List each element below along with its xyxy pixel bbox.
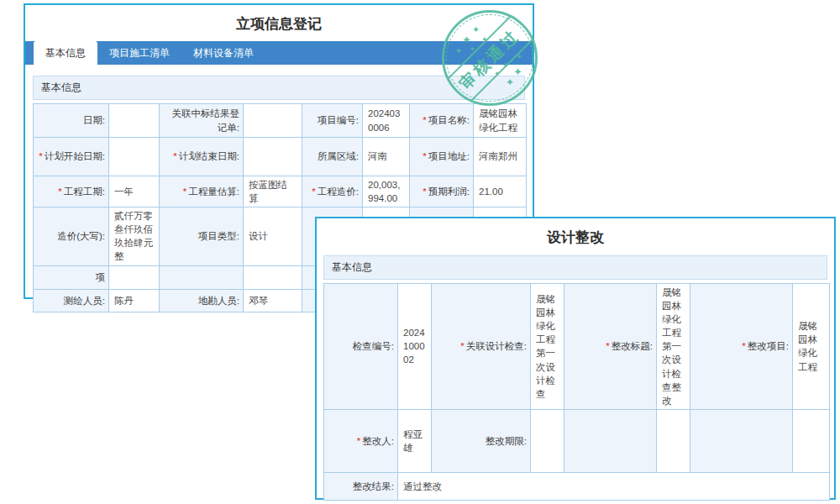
table-row: 日期:关联中标结果登记单:项目编号:2024030006*项目名称:晟铭园林绿化… — [34, 104, 527, 138]
field-label-text: 项目类型: — [198, 231, 239, 241]
field-label-text: 检查编号: — [353, 341, 394, 351]
field-value: 21.00 — [474, 176, 527, 207]
field-value: 20,003,994.00 — [363, 176, 410, 207]
page-title: 立项信息登记 — [25, 5, 533, 41]
required-asterisk: * — [173, 151, 176, 161]
field-value: 设计 — [244, 207, 302, 265]
field-label: *计划开始日期: — [34, 138, 109, 176]
required-asterisk: * — [423, 151, 426, 161]
field-value — [657, 409, 690, 472]
field-label-text: 工程工期: — [64, 186, 105, 197]
field-input[interactable] — [244, 138, 302, 176]
section-header-basic-info: 基本信息 — [33, 76, 525, 100]
field-label: 地勘人员: — [160, 289, 244, 312]
required-asterisk: * — [423, 186, 426, 197]
field-value: 程亚雄 — [398, 409, 432, 472]
panel2-content: 基本信息 检查编号:2024100002*关联设计检查:晟铭园林绿化工程第一次设… — [317, 255, 834, 501]
field-value: 2024030006 — [363, 104, 410, 138]
field-label-text: 计划结束日期: — [179, 151, 239, 161]
field-value: 邓琴 — [244, 289, 302, 312]
field-input[interactable] — [109, 104, 160, 138]
tab-material-equipment-list[interactable]: 材料设备清单 — [181, 41, 265, 65]
field-label: 整改结果: — [324, 472, 398, 500]
field-value: 晟铭园林绿化工程第一次设计检查 — [531, 284, 564, 410]
field-label: *工程量估算: — [160, 176, 244, 207]
field-label: 项目编号: — [302, 104, 363, 138]
field-input[interactable] — [244, 104, 302, 138]
field-label: 检查编号: — [324, 284, 398, 410]
field-label-text: 测绘人员: — [64, 296, 105, 306]
field-label-text: 项目名称: — [428, 115, 470, 125]
rectification-form-table: 检查编号:2024100002*关联设计检查:晟铭园林绿化工程第一次设计检查*整… — [323, 283, 827, 501]
field-label — [160, 265, 244, 289]
field-value: 陈丹 — [109, 289, 160, 312]
field-label: 关联中标结果登记单: — [160, 104, 244, 138]
field-label-text: 所属区域: — [318, 151, 359, 161]
field-label-text: 整改人: — [362, 436, 394, 446]
field-label: 造价(大写): — [34, 207, 109, 265]
field-label-text: 关联中标结果登记单: — [172, 108, 240, 132]
field-label: *预期利润: — [410, 176, 474, 207]
field-label: 日期: — [34, 104, 109, 138]
field-label-text: 工程量估算: — [188, 186, 239, 197]
field-label: *整改标题: — [564, 284, 657, 410]
field-label: *计划结束日期: — [160, 138, 244, 176]
section-header-basic-info-2: 基本信息 — [323, 255, 827, 280]
field-label: 项目类型: — [160, 207, 244, 265]
field-label-text: 工程造价: — [318, 186, 359, 197]
field-label-text: 整改期限: — [486, 436, 527, 446]
design-rectification-panel: 设计整改 基本信息 检查编号:2024100002*关联设计检查:晟铭园林绿化工… — [315, 217, 836, 500]
table-row: *计划开始日期:*计划结束日期:所属区域:河南*项目地址:河南郑州 — [34, 138, 527, 176]
field-label-text: 项 — [96, 272, 106, 282]
field-value: 2024100002 — [398, 284, 432, 410]
field-value: 河南 — [363, 138, 410, 176]
table-row: *工程工期:一年*工程量估算:按蓝图结算*工程造价:20,003,994.00*… — [34, 176, 527, 207]
field-label-text: 日期: — [83, 115, 105, 125]
field-label: *项目地址: — [410, 138, 474, 176]
field-label-text: 整改结果: — [353, 481, 394, 491]
field-label: 整改期限: — [432, 409, 531, 472]
field-value — [244, 265, 302, 289]
table-row: *整改人:程亚雄整改期限: — [324, 409, 830, 472]
field-label-text: 地勘人员: — [198, 296, 239, 306]
field-label: 测绘人员: — [34, 289, 109, 312]
field-label-text: 整改标题: — [612, 341, 653, 351]
field-value — [109, 265, 160, 289]
field-label-text: 预期利润: — [428, 186, 470, 197]
field-input[interactable] — [531, 409, 564, 472]
field-label-text: 造价(大写): — [57, 231, 105, 241]
field-label: *关联设计检查: — [432, 284, 531, 410]
field-value: 按蓝图结算 — [244, 176, 302, 207]
required-asterisk: * — [58, 186, 61, 197]
panel2-title: 设计整改 — [317, 218, 834, 255]
field-label: *工程工期: — [34, 176, 109, 207]
required-asterisk: * — [742, 341, 745, 351]
field-value: 晟铭园林绿化工程第一次设计检查整改 — [657, 284, 690, 410]
required-asterisk: * — [312, 186, 315, 197]
field-label-text: 计划开始日期: — [45, 151, 105, 161]
field-label — [690, 409, 793, 472]
field-label: *项目名称: — [410, 104, 474, 138]
field-label-text: 项目编号: — [318, 115, 359, 125]
tab-construction-list[interactable]: 项目施工清单 — [97, 41, 181, 65]
tab-bar: 基本信息项目施工清单材料设备清单 — [25, 41, 533, 65]
tab-basic-info[interactable]: 基本信息 — [34, 41, 97, 65]
field-value: 河南郑州 — [474, 138, 527, 176]
field-label: *工程造价: — [302, 176, 363, 207]
field-label-text: 关联设计检查: — [466, 341, 527, 351]
field-value: 贰仟万零叁仟玖佰玖拾肆元整 — [109, 207, 160, 265]
field-label: 所属区域: — [302, 138, 363, 176]
field-label: *整改项目: — [690, 284, 793, 410]
required-asterisk: * — [39, 151, 42, 161]
required-asterisk: * — [183, 186, 186, 197]
required-asterisk: * — [357, 436, 360, 446]
field-value — [793, 409, 830, 472]
field-label-text: 整改项目: — [748, 341, 789, 351]
field-input[interactable] — [109, 138, 160, 176]
required-asterisk: * — [460, 341, 464, 351]
field-label: 项 — [34, 265, 109, 289]
required-asterisk: * — [423, 115, 426, 125]
field-label-text: 项目地址: — [428, 151, 470, 161]
field-value: 一年 — [109, 176, 160, 207]
field-value: 晟铭园林绿化工程 — [474, 104, 527, 138]
